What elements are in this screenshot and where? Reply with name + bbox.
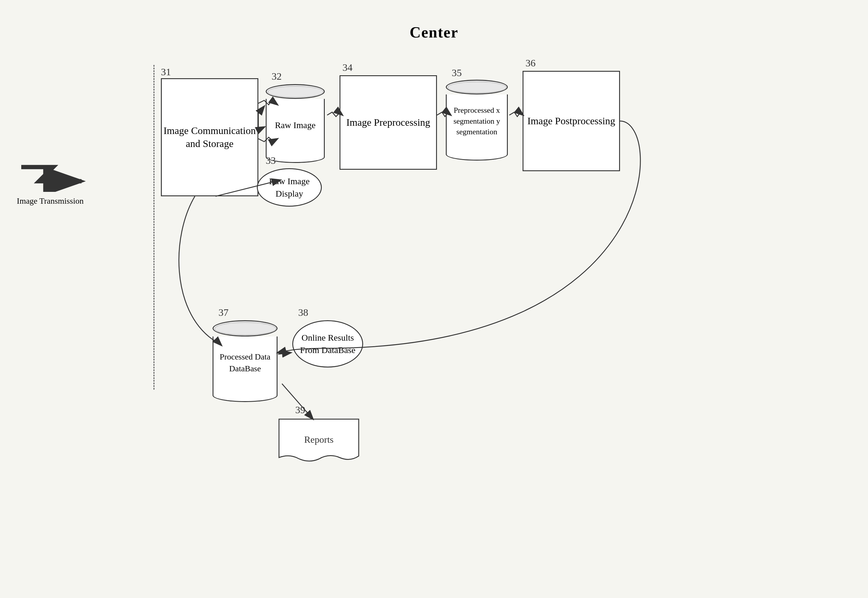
raw-image-label: Raw Image <box>275 119 315 132</box>
preprocessed-label: Preprocessed x segmentation y segmentati… <box>450 105 504 137</box>
svg-line-4 <box>258 106 264 114</box>
raw-image-display-label: Raw Image Display <box>258 175 321 200</box>
ref-36: 36 <box>525 58 536 69</box>
box-image-preprocessing: Image Preprocessing <box>340 75 437 170</box>
box-image-postprocessing: Image Postprocessing <box>522 71 620 171</box>
ref-37: 37 <box>218 307 229 318</box>
box-image-communication: Image Communication and Storage <box>161 78 258 196</box>
oval-online-results: Online Results From DataBase <box>292 320 363 368</box>
ref-32: 32 <box>272 71 282 82</box>
page-title: Center <box>410 24 458 41</box>
image-preprocessing-label: Image Preprocessing <box>346 116 430 129</box>
cylinder-raw-image: Raw Image <box>266 84 325 163</box>
processed-db-label: Processed Data DataBase <box>216 351 274 374</box>
oval-raw-image-display: Raw Image Display <box>257 168 322 206</box>
cylinder-preprocessed: Preprocessed x segmentation y segmentati… <box>446 80 508 161</box>
ref-38: 38 <box>298 307 308 318</box>
ref-39: 39 <box>295 404 305 416</box>
online-results-label: Online Results From DataBase <box>293 332 362 356</box>
svg-line-7 <box>278 353 291 354</box>
reports-shape: Reports <box>277 418 360 468</box>
svg-line-6 <box>258 127 265 130</box>
dashed-line <box>154 65 154 390</box>
image-postprocessing-label: Image Postprocessing <box>527 115 615 127</box>
cylinder-processed-db: Processed Data DataBase <box>213 320 277 402</box>
transmission-label: Image Transmission <box>16 196 84 206</box>
ref-34: 34 <box>343 62 353 73</box>
svg-text:Reports: Reports <box>304 434 334 445</box>
image-communication-label: Image Communication and Storage <box>162 124 257 150</box>
transmission-arrow-svg <box>18 157 88 192</box>
ref-35: 35 <box>452 67 462 79</box>
ref-33: 33 <box>266 155 276 166</box>
ref-31: 31 <box>161 66 171 78</box>
